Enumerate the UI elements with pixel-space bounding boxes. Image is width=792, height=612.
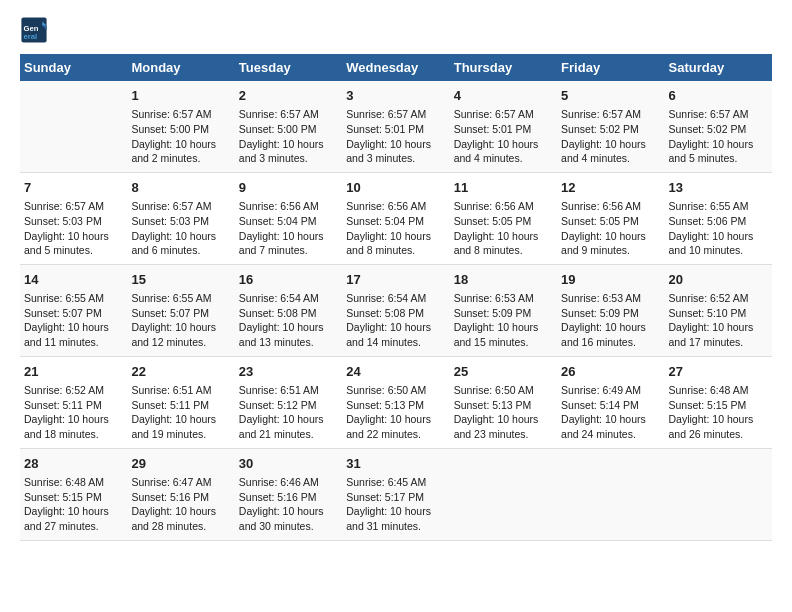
calendar-cell: 26Sunrise: 6:49 AM Sunset: 5:14 PM Dayli… bbox=[557, 356, 664, 448]
day-number: 4 bbox=[454, 87, 553, 105]
day-info: Sunrise: 6:48 AM Sunset: 5:15 PM Dayligh… bbox=[669, 383, 768, 442]
day-info: Sunrise: 6:57 AM Sunset: 5:01 PM Dayligh… bbox=[346, 107, 445, 166]
calendar-cell bbox=[20, 81, 127, 172]
calendar-cell: 19Sunrise: 6:53 AM Sunset: 5:09 PM Dayli… bbox=[557, 264, 664, 356]
day-number: 19 bbox=[561, 271, 660, 289]
day-number: 10 bbox=[346, 179, 445, 197]
day-info: Sunrise: 6:57 AM Sunset: 5:00 PM Dayligh… bbox=[239, 107, 338, 166]
day-info: Sunrise: 6:55 AM Sunset: 5:06 PM Dayligh… bbox=[669, 199, 768, 258]
day-number: 13 bbox=[669, 179, 768, 197]
calendar-cell: 1Sunrise: 6:57 AM Sunset: 5:00 PM Daylig… bbox=[127, 81, 234, 172]
calendar-cell bbox=[450, 448, 557, 540]
day-info: Sunrise: 6:57 AM Sunset: 5:01 PM Dayligh… bbox=[454, 107, 553, 166]
calendar-cell: 20Sunrise: 6:52 AM Sunset: 5:10 PM Dayli… bbox=[665, 264, 772, 356]
day-number: 20 bbox=[669, 271, 768, 289]
calendar-cell: 7Sunrise: 6:57 AM Sunset: 5:03 PM Daylig… bbox=[20, 172, 127, 264]
day-number: 31 bbox=[346, 455, 445, 473]
day-number: 15 bbox=[131, 271, 230, 289]
calendar-week-5: 28Sunrise: 6:48 AM Sunset: 5:15 PM Dayli… bbox=[20, 448, 772, 540]
calendar-cell: 29Sunrise: 6:47 AM Sunset: 5:16 PM Dayli… bbox=[127, 448, 234, 540]
calendar-week-1: 1Sunrise: 6:57 AM Sunset: 5:00 PM Daylig… bbox=[20, 81, 772, 172]
day-number: 2 bbox=[239, 87, 338, 105]
calendar-cell: 14Sunrise: 6:55 AM Sunset: 5:07 PM Dayli… bbox=[20, 264, 127, 356]
calendar-cell: 31Sunrise: 6:45 AM Sunset: 5:17 PM Dayli… bbox=[342, 448, 449, 540]
day-info: Sunrise: 6:56 AM Sunset: 5:04 PM Dayligh… bbox=[239, 199, 338, 258]
day-info: Sunrise: 6:56 AM Sunset: 5:05 PM Dayligh… bbox=[561, 199, 660, 258]
calendar-cell: 9Sunrise: 6:56 AM Sunset: 5:04 PM Daylig… bbox=[235, 172, 342, 264]
day-info: Sunrise: 6:52 AM Sunset: 5:10 PM Dayligh… bbox=[669, 291, 768, 350]
calendar-cell: 25Sunrise: 6:50 AM Sunset: 5:13 PM Dayli… bbox=[450, 356, 557, 448]
header-monday: Monday bbox=[127, 54, 234, 81]
calendar-cell: 8Sunrise: 6:57 AM Sunset: 5:03 PM Daylig… bbox=[127, 172, 234, 264]
day-number: 30 bbox=[239, 455, 338, 473]
day-number: 23 bbox=[239, 363, 338, 381]
day-info: Sunrise: 6:54 AM Sunset: 5:08 PM Dayligh… bbox=[346, 291, 445, 350]
day-info: Sunrise: 6:48 AM Sunset: 5:15 PM Dayligh… bbox=[24, 475, 123, 534]
calendar-cell: 23Sunrise: 6:51 AM Sunset: 5:12 PM Dayli… bbox=[235, 356, 342, 448]
day-info: Sunrise: 6:50 AM Sunset: 5:13 PM Dayligh… bbox=[454, 383, 553, 442]
calendar-cell: 18Sunrise: 6:53 AM Sunset: 5:09 PM Dayli… bbox=[450, 264, 557, 356]
day-number: 5 bbox=[561, 87, 660, 105]
day-number: 1 bbox=[131, 87, 230, 105]
calendar-cell: 16Sunrise: 6:54 AM Sunset: 5:08 PM Dayli… bbox=[235, 264, 342, 356]
day-number: 27 bbox=[669, 363, 768, 381]
day-info: Sunrise: 6:57 AM Sunset: 5:02 PM Dayligh… bbox=[561, 107, 660, 166]
day-info: Sunrise: 6:57 AM Sunset: 5:03 PM Dayligh… bbox=[24, 199, 123, 258]
calendar-cell: 10Sunrise: 6:56 AM Sunset: 5:04 PM Dayli… bbox=[342, 172, 449, 264]
header-friday: Friday bbox=[557, 54, 664, 81]
header-saturday: Saturday bbox=[665, 54, 772, 81]
header-thursday: Thursday bbox=[450, 54, 557, 81]
day-info: Sunrise: 6:49 AM Sunset: 5:14 PM Dayligh… bbox=[561, 383, 660, 442]
calendar-week-3: 14Sunrise: 6:55 AM Sunset: 5:07 PM Dayli… bbox=[20, 264, 772, 356]
day-info: Sunrise: 6:52 AM Sunset: 5:11 PM Dayligh… bbox=[24, 383, 123, 442]
day-number: 17 bbox=[346, 271, 445, 289]
calendar-cell: 11Sunrise: 6:56 AM Sunset: 5:05 PM Dayli… bbox=[450, 172, 557, 264]
logo-icon: Gen eral bbox=[20, 16, 48, 44]
calendar-cell: 5Sunrise: 6:57 AM Sunset: 5:02 PM Daylig… bbox=[557, 81, 664, 172]
header-wednesday: Wednesday bbox=[342, 54, 449, 81]
calendar-cell bbox=[665, 448, 772, 540]
day-number: 9 bbox=[239, 179, 338, 197]
day-number: 12 bbox=[561, 179, 660, 197]
day-number: 21 bbox=[24, 363, 123, 381]
logo: Gen eral bbox=[20, 16, 50, 44]
svg-text:eral: eral bbox=[24, 32, 38, 41]
day-number: 3 bbox=[346, 87, 445, 105]
day-number: 14 bbox=[24, 271, 123, 289]
calendar-cell: 6Sunrise: 6:57 AM Sunset: 5:02 PM Daylig… bbox=[665, 81, 772, 172]
day-number: 25 bbox=[454, 363, 553, 381]
day-number: 8 bbox=[131, 179, 230, 197]
calendar-cell: 28Sunrise: 6:48 AM Sunset: 5:15 PM Dayli… bbox=[20, 448, 127, 540]
calendar-cell: 3Sunrise: 6:57 AM Sunset: 5:01 PM Daylig… bbox=[342, 81, 449, 172]
day-info: Sunrise: 6:53 AM Sunset: 5:09 PM Dayligh… bbox=[561, 291, 660, 350]
day-number: 26 bbox=[561, 363, 660, 381]
day-info: Sunrise: 6:55 AM Sunset: 5:07 PM Dayligh… bbox=[24, 291, 123, 350]
day-info: Sunrise: 6:50 AM Sunset: 5:13 PM Dayligh… bbox=[346, 383, 445, 442]
day-number: 7 bbox=[24, 179, 123, 197]
day-info: Sunrise: 6:47 AM Sunset: 5:16 PM Dayligh… bbox=[131, 475, 230, 534]
calendar-cell: 21Sunrise: 6:52 AM Sunset: 5:11 PM Dayli… bbox=[20, 356, 127, 448]
calendar-cell bbox=[557, 448, 664, 540]
day-info: Sunrise: 6:51 AM Sunset: 5:11 PM Dayligh… bbox=[131, 383, 230, 442]
day-info: Sunrise: 6:51 AM Sunset: 5:12 PM Dayligh… bbox=[239, 383, 338, 442]
calendar-week-4: 21Sunrise: 6:52 AM Sunset: 5:11 PM Dayli… bbox=[20, 356, 772, 448]
calendar-cell: 4Sunrise: 6:57 AM Sunset: 5:01 PM Daylig… bbox=[450, 81, 557, 172]
day-number: 22 bbox=[131, 363, 230, 381]
day-info: Sunrise: 6:46 AM Sunset: 5:16 PM Dayligh… bbox=[239, 475, 338, 534]
day-number: 24 bbox=[346, 363, 445, 381]
calendar-table: SundayMondayTuesdayWednesdayThursdayFrid… bbox=[20, 54, 772, 541]
day-info: Sunrise: 6:45 AM Sunset: 5:17 PM Dayligh… bbox=[346, 475, 445, 534]
header-sunday: Sunday bbox=[20, 54, 127, 81]
day-number: 16 bbox=[239, 271, 338, 289]
calendar-cell: 15Sunrise: 6:55 AM Sunset: 5:07 PM Dayli… bbox=[127, 264, 234, 356]
calendar-cell: 13Sunrise: 6:55 AM Sunset: 5:06 PM Dayli… bbox=[665, 172, 772, 264]
calendar-cell: 22Sunrise: 6:51 AM Sunset: 5:11 PM Dayli… bbox=[127, 356, 234, 448]
calendar-cell: 17Sunrise: 6:54 AM Sunset: 5:08 PM Dayli… bbox=[342, 264, 449, 356]
calendar-cell: 2Sunrise: 6:57 AM Sunset: 5:00 PM Daylig… bbox=[235, 81, 342, 172]
day-info: Sunrise: 6:56 AM Sunset: 5:05 PM Dayligh… bbox=[454, 199, 553, 258]
day-number: 28 bbox=[24, 455, 123, 473]
calendar-cell: 27Sunrise: 6:48 AM Sunset: 5:15 PM Dayli… bbox=[665, 356, 772, 448]
header-tuesday: Tuesday bbox=[235, 54, 342, 81]
day-info: Sunrise: 6:54 AM Sunset: 5:08 PM Dayligh… bbox=[239, 291, 338, 350]
calendar-cell: 24Sunrise: 6:50 AM Sunset: 5:13 PM Dayli… bbox=[342, 356, 449, 448]
